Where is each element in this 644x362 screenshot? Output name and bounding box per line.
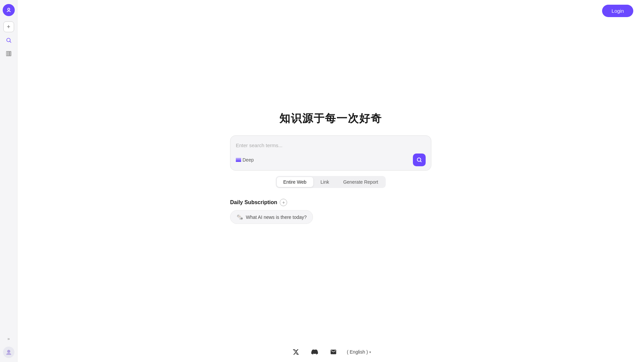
search-button-icon bbox=[416, 157, 422, 163]
main-content: 知识源于每一次好奇 Deep bbox=[17, 0, 644, 362]
search-container: Deep bbox=[230, 135, 431, 171]
sidebar: + » bbox=[0, 0, 17, 362]
daily-item-text: What AI news is there today? bbox=[246, 215, 307, 220]
svg-point-7 bbox=[7, 350, 10, 353]
daily-header: Daily Subscription + bbox=[230, 199, 431, 206]
deep-mode-button: Deep bbox=[236, 157, 254, 163]
logo-icon bbox=[5, 7, 12, 13]
avatar-icon bbox=[5, 349, 12, 356]
expand-icon: » bbox=[7, 336, 10, 341]
expand-sidebar-button[interactable]: » bbox=[3, 333, 14, 344]
daily-subscription-add-button[interactable]: + bbox=[280, 199, 287, 206]
footer: ( English ) ▾ bbox=[17, 342, 644, 362]
new-chat-button[interactable]: + bbox=[3, 21, 14, 32]
filter-generate-report[interactable]: Generate Report bbox=[336, 177, 385, 187]
filter-link[interactable]: Link bbox=[314, 177, 336, 187]
login-button[interactable]: Login bbox=[602, 5, 633, 17]
language-label: ( English ) bbox=[347, 349, 368, 355]
svg-point-2 bbox=[7, 38, 10, 42]
search-footer: Deep bbox=[236, 154, 426, 166]
svg-rect-4 bbox=[6, 51, 8, 56]
search-input[interactable] bbox=[236, 141, 426, 149]
deep-label: Deep bbox=[243, 157, 254, 163]
header: Login bbox=[17, 0, 644, 21]
daily-subscription-item[interactable]: 🗞️ What AI news is there today? bbox=[230, 210, 313, 224]
library-icon bbox=[6, 51, 12, 57]
email-link[interactable] bbox=[328, 347, 339, 357]
email-icon bbox=[330, 349, 337, 355]
svg-line-9 bbox=[420, 161, 421, 162]
sidebar-bottom: » bbox=[3, 333, 14, 358]
user-avatar[interactable] bbox=[3, 347, 14, 358]
search-icon bbox=[6, 37, 12, 43]
svg-point-1 bbox=[8, 8, 9, 10]
daily-subscription-title: Daily Subscription bbox=[230, 199, 277, 205]
svg-rect-5 bbox=[8, 51, 9, 56]
daily-subscription-section: Daily Subscription + 🗞️ What AI news is … bbox=[230, 199, 431, 224]
language-selector[interactable]: ( English ) ▾ bbox=[347, 349, 371, 355]
chevron-down-icon: ▾ bbox=[369, 350, 371, 354]
plus-icon: + bbox=[7, 24, 10, 30]
daily-item-icon: 🗞️ bbox=[236, 214, 243, 220]
app-logo[interactable] bbox=[3, 4, 15, 16]
layers-icon bbox=[236, 158, 241, 162]
discord-link[interactable] bbox=[309, 347, 320, 357]
sidebar-library-button[interactable] bbox=[3, 48, 14, 59]
svg-rect-6 bbox=[10, 51, 11, 56]
layer-3 bbox=[236, 161, 241, 162]
sidebar-search-button[interactable] bbox=[3, 35, 14, 46]
page-title: 知识源于每一次好奇 bbox=[279, 111, 382, 126]
discord-icon bbox=[311, 349, 318, 355]
search-button[interactable] bbox=[413, 154, 426, 166]
twitter-icon bbox=[292, 349, 299, 355]
svg-line-3 bbox=[10, 41, 11, 42]
filter-entire-web[interactable]: Entire Web bbox=[277, 177, 313, 187]
twitter-link[interactable] bbox=[290, 347, 301, 357]
filter-tabs: Entire Web Link Generate Report bbox=[276, 176, 386, 188]
search-mode-selector[interactable]: Deep bbox=[236, 157, 254, 163]
